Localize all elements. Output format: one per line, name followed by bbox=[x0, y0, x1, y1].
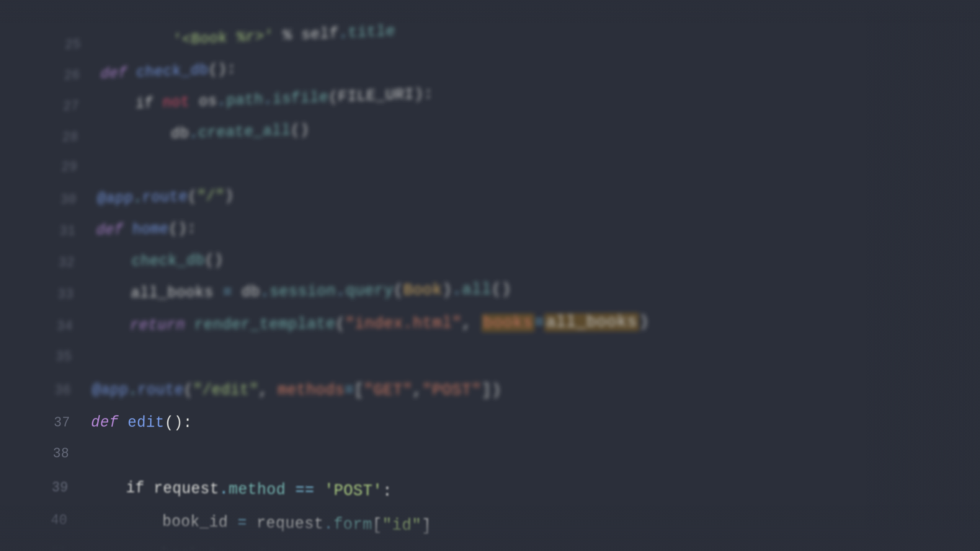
code-token: create_all bbox=[198, 122, 291, 142]
code-token: . bbox=[336, 282, 345, 300]
code-token: ( bbox=[184, 381, 193, 399]
code-token: : bbox=[382, 482, 392, 501]
code-token: = bbox=[228, 514, 256, 532]
line-number: 27 bbox=[48, 96, 79, 118]
code-token: check_db bbox=[131, 252, 205, 270]
code-token: "index.html" bbox=[345, 314, 462, 333]
code-token: [ bbox=[372, 516, 382, 535]
code-token: db bbox=[241, 283, 260, 301]
code-token: books bbox=[482, 313, 534, 332]
line-number: 25 bbox=[50, 34, 81, 56]
code-token: session bbox=[270, 282, 336, 301]
code-token bbox=[100, 95, 136, 113]
code-token: Book bbox=[403, 281, 442, 299]
code-token: "GET" bbox=[364, 381, 412, 399]
code-token: "POST" bbox=[422, 381, 482, 399]
code-token: not bbox=[162, 93, 190, 111]
code-token: () bbox=[205, 251, 224, 269]
code-token: request bbox=[256, 514, 324, 533]
line-number: 32 bbox=[44, 252, 75, 274]
line-number: 40 bbox=[36, 509, 68, 532]
code-token: ] bbox=[421, 517, 431, 535]
code-token: home bbox=[132, 220, 169, 238]
line-number: 41 bbox=[35, 542, 67, 551]
code-token: all bbox=[462, 280, 492, 299]
line-number: 30 bbox=[46, 189, 77, 211]
code-token: def bbox=[91, 414, 119, 432]
line-number: 39 bbox=[37, 477, 69, 499]
code-token: @app bbox=[97, 189, 133, 207]
code-token: , bbox=[258, 381, 278, 399]
code-token bbox=[185, 316, 194, 334]
code-token: "id" bbox=[382, 516, 421, 535]
code-token: check_db bbox=[136, 62, 209, 81]
line-number: 37 bbox=[39, 412, 70, 434]
code-token: . bbox=[263, 91, 273, 108]
line-content: def edit(): bbox=[91, 411, 980, 440]
line-number: 36 bbox=[40, 380, 72, 401]
code-token: def bbox=[96, 221, 124, 239]
code-token: path bbox=[226, 91, 263, 109]
code-token: . bbox=[128, 381, 138, 399]
line-content bbox=[90, 458, 980, 466]
code-token: ( bbox=[394, 282, 403, 300]
code-token: db bbox=[99, 125, 189, 145]
code-token: "/edit" bbox=[193, 381, 259, 399]
line-number: 28 bbox=[47, 127, 79, 149]
code-token: 'POST' bbox=[324, 481, 382, 500]
code-token: . bbox=[217, 92, 227, 110]
code-token: [ bbox=[354, 381, 364, 399]
code-token bbox=[153, 95, 163, 112]
line-number: 38 bbox=[38, 443, 69, 465]
code-token bbox=[123, 221, 133, 239]
code-token: . bbox=[362, 550, 372, 551]
code-token: ) bbox=[442, 281, 452, 299]
code-token: . bbox=[189, 125, 199, 142]
code-token: book_id bbox=[88, 512, 228, 532]
code-token: all_books bbox=[131, 284, 214, 302]
line-number: 26 bbox=[49, 65, 80, 87]
code-token: query bbox=[345, 282, 394, 300]
code-token: book_to_update bbox=[87, 544, 294, 551]
line-number: 33 bbox=[42, 284, 74, 305]
code-token: edit bbox=[127, 414, 165, 432]
line-number: 34 bbox=[42, 316, 74, 337]
code-token bbox=[118, 414, 128, 432]
code-token: def bbox=[100, 65, 127, 83]
code-token bbox=[89, 479, 126, 497]
code-token: method bbox=[229, 480, 286, 499]
code-token: (): bbox=[168, 220, 196, 238]
code-token: "/" bbox=[197, 187, 225, 205]
code-editor: 25 '<Book %r>' % self.title26def check_d… bbox=[0, 0, 980, 551]
code-token bbox=[95, 253, 132, 271]
code-token: title bbox=[348, 23, 395, 42]
code-token: if bbox=[126, 479, 145, 497]
code-token bbox=[127, 64, 137, 82]
line-number: 29 bbox=[46, 156, 78, 178]
code-token: route bbox=[137, 381, 184, 399]
code-token bbox=[94, 285, 131, 303]
line-content bbox=[93, 358, 980, 360]
code-token bbox=[93, 317, 130, 334]
line-number: 35 bbox=[41, 346, 72, 368]
line-number: 31 bbox=[44, 221, 76, 243]
code-token: request bbox=[144, 479, 219, 499]
code-token: (FILE_URI): bbox=[328, 85, 433, 106]
code-token: ]) bbox=[482, 381, 501, 399]
code-token: @app bbox=[92, 381, 129, 399]
code-token: all_books bbox=[544, 313, 639, 332]
code-token: = bbox=[294, 548, 323, 551]
code-token: Book bbox=[323, 549, 362, 551]
code-token: form bbox=[333, 515, 372, 534]
code-token: ) bbox=[224, 187, 234, 205]
code-token: route bbox=[142, 188, 188, 207]
code-token: () bbox=[291, 121, 310, 139]
code-token: ) bbox=[639, 313, 649, 331]
code-token: return bbox=[130, 316, 185, 334]
code-block: 25 '<Book %r>' % self.title26def check_d… bbox=[17, 0, 980, 551]
code-token: == bbox=[286, 481, 324, 500]
code-token: os bbox=[189, 93, 217, 111]
code-token: (): bbox=[209, 60, 237, 78]
code-token: = bbox=[345, 381, 354, 399]
code-token bbox=[101, 32, 173, 52]
